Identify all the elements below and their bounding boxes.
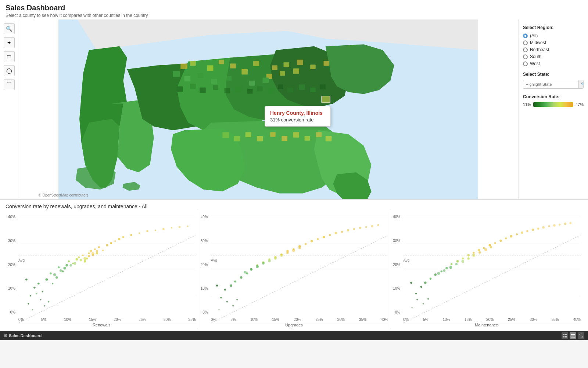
svg-point-182 (483, 247, 485, 249)
svg-point-60 (37, 283, 39, 284)
svg-point-202 (455, 263, 458, 266)
svg-point-86 (118, 238, 121, 241)
svg-point-143 (359, 227, 361, 229)
svg-rect-25 (190, 84, 196, 88)
svg-point-156 (298, 247, 301, 250)
region-all[interactable]: (All) (523, 33, 584, 38)
view-icons (562, 332, 584, 339)
region-midwest[interactable]: Midwest (523, 40, 584, 45)
state-search-icon[interactable]: 🔍 (578, 80, 584, 88)
pointer-tool-button[interactable]: ✦ (4, 37, 15, 48)
svg-point-180 (473, 252, 475, 254)
svg-rect-6 (253, 61, 259, 66)
view-list-button[interactable] (570, 332, 576, 339)
svg-point-123 (240, 276, 243, 279)
svg-rect-20 (226, 76, 232, 81)
svg-rect-26 (200, 88, 206, 93)
radio-all-indicator (523, 33, 528, 38)
svg-point-103 (130, 234, 132, 236)
svg-rect-39 (234, 136, 240, 142)
svg-rect-29 (236, 86, 242, 92)
svg-rect-5 (230, 63, 236, 68)
svg-point-72 (78, 256, 80, 258)
svg-point-153 (280, 254, 283, 257)
svg-point-178 (462, 258, 464, 259)
svg-point-67 (62, 270, 64, 272)
svg-point-99 (44, 305, 45, 307)
svg-point-84 (110, 242, 112, 244)
view-expand-button[interactable] (578, 332, 584, 339)
svg-point-107 (162, 228, 164, 230)
svg-rect-7 (272, 66, 277, 70)
svg-point-120 (224, 289, 226, 290)
svg-rect-215 (563, 336, 564, 337)
search-tool-button[interactable]: 🔍 (4, 23, 15, 34)
svg-point-179 (467, 254, 470, 256)
circle-select-tool-button[interactable]: ◯ (4, 65, 15, 76)
map-toolbar: 🔍 ✦ ⬚ ◯ ⌒ (0, 20, 18, 199)
select-region-label: Select Region: (523, 25, 584, 30)
chart-maintenance-y-axis: 40%30%20%10%0% (390, 215, 401, 314)
region-west[interactable]: West (523, 61, 584, 66)
svg-point-121 (230, 284, 232, 287)
svg-point-173 (434, 273, 437, 276)
state-search-input[interactable] (523, 81, 578, 88)
svg-point-65 (55, 276, 58, 279)
svg-rect-14 (280, 71, 285, 75)
svg-rect-47 (326, 136, 332, 142)
svg-rect-213 (563, 334, 564, 335)
svg-point-145 (371, 225, 373, 227)
page-title: Sales Dashboard (6, 4, 582, 12)
region-northeast-label: Northeast (530, 47, 549, 52)
svg-point-201 (449, 266, 452, 269)
svg-point-199 (437, 272, 440, 275)
svg-point-210 (423, 303, 424, 304)
svg-point-57 (30, 295, 31, 296)
chart-upgrades-x-axis: 0%5%10%15%20%25%30%35%40% (211, 318, 388, 322)
chart-renewals-y-axis: 40%30%20%10%0% (6, 215, 17, 314)
svg-point-74 (84, 260, 86, 263)
svg-point-141 (347, 229, 349, 231)
svg-point-118 (216, 284, 218, 286)
legend-max: 47% (576, 102, 584, 107)
svg-point-183 (489, 244, 491, 247)
conversion-rate-label: Conversion Rate: (523, 94, 584, 99)
svg-point-82 (102, 250, 104, 251)
svg-point-108 (171, 227, 172, 229)
svg-point-169 (415, 293, 417, 294)
region-south[interactable]: South (523, 54, 584, 59)
svg-line-54 (18, 235, 196, 323)
svg-point-149 (256, 265, 259, 268)
svg-point-144 (365, 226, 367, 228)
status-bar: ⊞ Sales Dashboard (0, 331, 588, 340)
svg-point-138 (329, 234, 331, 236)
state-search-container: 🔍 (523, 80, 584, 89)
svg-point-101 (36, 293, 37, 294)
svg-point-98 (40, 299, 41, 300)
svg-point-185 (500, 240, 502, 242)
status-db-title: Sales Dashboard (9, 333, 42, 338)
svg-rect-27 (213, 85, 218, 90)
svg-point-64 (52, 283, 53, 284)
region-northeast[interactable]: Northeast (523, 47, 584, 52)
tooltip-county-name: Henry County, Illinois (270, 110, 325, 116)
view-grid-button[interactable] (562, 332, 568, 339)
select-tool-button[interactable]: ⬚ (4, 51, 15, 62)
map-tooltip: Henry County, Illinois 31% conversion ra… (265, 106, 331, 127)
conversion-rate-legend: 11% 47% (523, 102, 584, 107)
svg-point-204 (467, 257, 470, 260)
svg-point-181 (478, 249, 480, 251)
chart-upgrades-y-axis: 40%30%20%10%0% (198, 215, 209, 314)
svg-point-186 (505, 237, 507, 239)
svg-point-208 (490, 246, 492, 248)
svg-point-195 (553, 224, 556, 227)
svg-point-110 (187, 226, 189, 227)
chart-maintenance: Avg 40%30%20%10%0% (390, 211, 582, 329)
map-canvas[interactable]: Henry County, Illinois 31% conversion ra… (18, 20, 518, 199)
svg-point-172 (430, 278, 431, 280)
svg-point-79 (94, 248, 96, 250)
svg-point-135 (311, 240, 313, 243)
lasso-tool-button[interactable]: ⌒ (4, 79, 15, 90)
svg-point-184 (494, 242, 496, 244)
svg-rect-41 (257, 136, 263, 142)
